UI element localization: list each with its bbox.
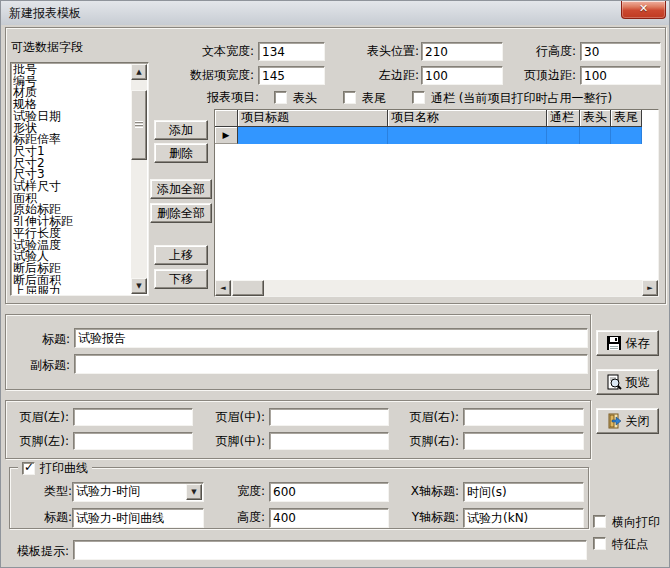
grid-cell[interactable] [238, 127, 388, 144]
page-header-right-input[interactable] [463, 408, 584, 426]
dialog-window: { "window": { "title": "新建报表模板" }, "fiel… [0, 0, 670, 568]
page-header-left-label: 页眉(左): [6, 410, 69, 425]
header-pos-label: 表头位置: [332, 44, 419, 59]
row-height-input[interactable] [580, 42, 661, 61]
close-button[interactable]: ✕ [621, 1, 666, 19]
preview-icon [606, 374, 622, 390]
save-icon [606, 335, 622, 351]
grid-header-item-title[interactable]: 项目标题 [238, 110, 388, 127]
subtitle-input[interactable] [74, 354, 588, 374]
move-down-button[interactable]: 下移 [154, 269, 208, 289]
available-fields-label: 可选数据字段 [11, 40, 83, 55]
full-row-checkbox-label: 通栏 (当前项目打印时占用一整行) [431, 90, 612, 107]
print-curve-group: 打印曲线 类型: 试验力-时间 ▼ 宽度: X轴标题: 标题: 高度: Y轴标题… [9, 467, 589, 529]
page-header-right-label: 页眉(右): [396, 410, 459, 425]
dropdown-button[interactable]: ▼ [186, 484, 202, 500]
page-footer-left-input[interactable] [73, 432, 193, 450]
curve-type-label: 类型: [26, 484, 72, 499]
grid-cell[interactable] [580, 127, 611, 144]
scroll-up-icon: ▲ [136, 68, 141, 76]
landscape-print-checkbox[interactable] [593, 515, 606, 528]
scroll-down-icon: ▼ [136, 282, 141, 290]
scroll-right-button[interactable]: ► [642, 280, 658, 296]
x-axis-label: X轴标题: [395, 484, 459, 499]
title-bar[interactable]: 新建报表模板 [1, 1, 669, 25]
data-width-input[interactable] [258, 66, 325, 85]
feature-points-checkbox[interactable] [593, 537, 606, 550]
print-curve-legend: 打印曲线 [18, 460, 92, 476]
text-width-label: 文本宽度: [156, 44, 254, 59]
chevron-down-icon: ▼ [191, 488, 196, 496]
print-curve-checkbox[interactable] [22, 462, 35, 475]
template-hint-input[interactable] [73, 540, 587, 560]
add-button[interactable]: 添加 [154, 120, 208, 140]
table-header-checkbox[interactable] [274, 91, 287, 104]
report-items-grid: 项目标题 项目名称 通栏 表头 表尾 ▶ ◄ ► [214, 109, 659, 297]
exit-door-icon [606, 413, 622, 429]
scrollbar-thumb[interactable] [131, 90, 147, 160]
page-footer-center-input[interactable] [269, 432, 389, 450]
left-margin-label: 左边距: [332, 68, 419, 83]
page-header-center-label: 页眉(中): [202, 410, 265, 425]
landscape-print-label: 横向打印 [612, 514, 660, 531]
report-item-label: 报表项目: [207, 90, 259, 105]
page-footer-center-label: 页脚(中): [202, 434, 265, 449]
curve-width-input[interactable] [269, 482, 389, 502]
grid-header-fullrow[interactable]: 通栏 [547, 110, 580, 127]
title-panel: 标题: 副标题: [5, 314, 591, 390]
remove-button[interactable]: 删除 [154, 143, 208, 163]
scroll-right-icon: ► [647, 284, 652, 292]
grid-header-item-name[interactable]: 项目名称 [388, 110, 547, 127]
close-dialog-button[interactable]: 关闭 [596, 408, 659, 434]
close-icon: ✕ [639, 2, 648, 15]
add-all-button[interactable]: 添加全部 [150, 179, 212, 199]
y-axis-label: Y轴标题: [395, 510, 459, 525]
table-footer-checkbox[interactable] [343, 91, 356, 104]
list-item[interactable]: 上屈服力 [13, 286, 131, 294]
grid-cell[interactable] [547, 127, 580, 144]
print-curve-label: 打印曲线 [40, 460, 88, 477]
y-axis-input[interactable] [463, 508, 584, 528]
scroll-up-button[interactable]: ▲ [131, 64, 147, 80]
scroll-down-button[interactable]: ▼ [131, 278, 147, 294]
grid-header-footer[interactable]: 表尾 [611, 110, 642, 127]
grid-selected-row[interactable]: ▶ [215, 127, 642, 144]
move-up-button[interactable]: 上移 [154, 245, 208, 265]
save-button[interactable]: 保存 [596, 330, 659, 356]
curve-type-combobox[interactable]: 试验力-时间 ▼ [72, 482, 204, 502]
available-fields-listwrap: 批号编号材质规格试验日期形状标距倍率尺寸1尺寸2尺寸3试样尺寸面积原始标距引伸计… [10, 62, 149, 296]
x-axis-input[interactable] [463, 482, 584, 502]
grid-scrollbar-thumb[interactable] [232, 280, 264, 296]
listbox-scrollbar[interactable]: ▲ ▼ [131, 64, 147, 294]
window-title: 新建报表模板 [9, 5, 81, 22]
table-header-checkbox-label: 表头 [293, 90, 317, 107]
preview-button[interactable]: 预览 [596, 369, 659, 395]
grid-horizontal-scrollbar[interactable]: ◄ ► [215, 280, 658, 296]
top-margin-input[interactable] [580, 66, 661, 85]
curve-height-input[interactable] [269, 508, 389, 528]
remove-all-button[interactable]: 删除全部 [150, 203, 212, 223]
available-fields-listbox[interactable]: 批号编号材质规格试验日期形状标距倍率尺寸1尺寸2尺寸3试样尺寸面积原始标距引伸计… [13, 64, 131, 294]
grid-cell[interactable] [388, 127, 547, 144]
scroll-left-icon: ◄ [220, 284, 225, 292]
page-header-center-input[interactable] [269, 408, 389, 426]
row-height-label: 行高度: [488, 44, 576, 59]
grid-header-header[interactable]: 表头 [580, 110, 611, 127]
page-header-footer-panel: 页眉(左): 页眉(中): 页眉(右): 页脚(左): 页脚(中): 页脚(右)… [5, 400, 591, 459]
grid-header-row: 项目标题 项目名称 通栏 表头 表尾 [215, 110, 642, 127]
grid-header-selector [215, 110, 238, 127]
title-label: 标题: [14, 332, 70, 347]
scroll-left-button[interactable]: ◄ [215, 280, 231, 296]
title-input[interactable] [74, 328, 588, 348]
grid-cell[interactable] [611, 127, 642, 144]
feature-points-label: 特征点 [612, 536, 648, 553]
page-footer-right-input[interactable] [463, 432, 584, 450]
full-row-checkbox[interactable] [412, 91, 425, 104]
curve-title-input[interactable] [72, 508, 204, 528]
page-footer-right-label: 页脚(右): [396, 434, 459, 449]
page-header-left-input[interactable] [73, 408, 193, 426]
curve-title-label: 标题: [26, 510, 72, 525]
text-width-input[interactable] [258, 42, 325, 61]
curve-height-label: 高度: [222, 510, 265, 525]
curve-type-value: 试验力-时间 [76, 484, 140, 499]
